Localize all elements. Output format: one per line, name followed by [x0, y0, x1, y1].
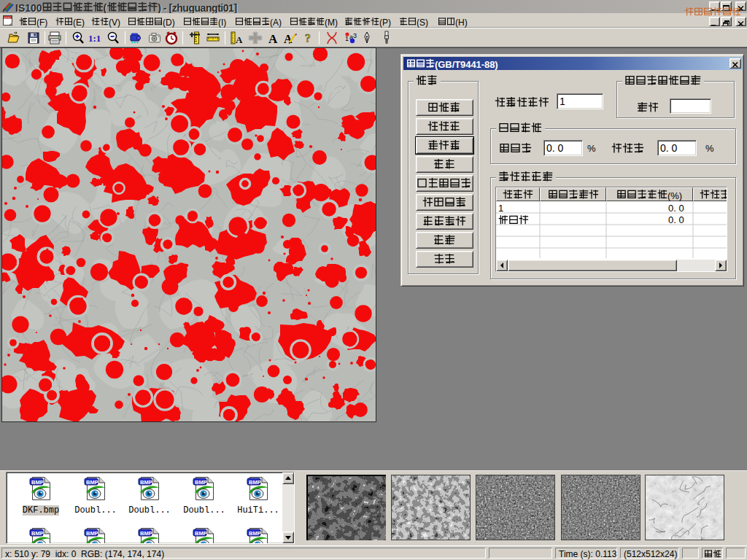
- svg-text:3: 3: [353, 32, 357, 39]
- svg-text:(H): (H): [455, 18, 468, 28]
- svg-text:BMP: BMP: [195, 479, 207, 486]
- svg-text:BMP: BMP: [249, 530, 261, 537]
- svg-text:BMP: BMP: [86, 479, 98, 486]
- svg-text:BMP: BMP: [31, 530, 44, 537]
- svg-text:(V): (V): [109, 18, 120, 28]
- svg-text:(S): (S): [417, 18, 428, 28]
- svg-text:(F): (F): [36, 18, 47, 28]
- svg-text:(I): (I): [218, 18, 226, 28]
- svg-text:(GB/T9441-88): (GB/T9441-88): [435, 59, 498, 70]
- svg-text:(P): (P): [379, 18, 391, 28]
- svg-text:BMP: BMP: [31, 479, 44, 486]
- svg-text:IS100: IS100: [15, 2, 42, 14]
- svg-text:BMP: BMP: [249, 479, 261, 486]
- svg-text:(A): (A): [270, 18, 282, 28]
- svg-text:(: (: [104, 2, 107, 14]
- svg-text:BMP: BMP: [195, 530, 207, 537]
- svg-text:) - [zhuguangti01]: ) - [zhuguangti01]: [158, 2, 237, 14]
- svg-text:1: 1: [345, 35, 349, 42]
- svg-text:(E): (E): [73, 18, 85, 28]
- svg-text:1:1: 1:1: [88, 33, 101, 44]
- svg-text:DOC: DOC: [4, 16, 11, 20]
- svg-text:?: ?: [305, 32, 311, 44]
- svg-text:A: A: [268, 32, 278, 46]
- svg-text:BMP: BMP: [140, 530, 152, 537]
- svg-text:BMP: BMP: [140, 479, 152, 486]
- svg-text:BMP: BMP: [86, 530, 98, 537]
- svg-text:(M): (M): [325, 18, 338, 28]
- svg-text:A: A: [236, 34, 243, 45]
- svg-text:(D): (D): [163, 18, 175, 28]
